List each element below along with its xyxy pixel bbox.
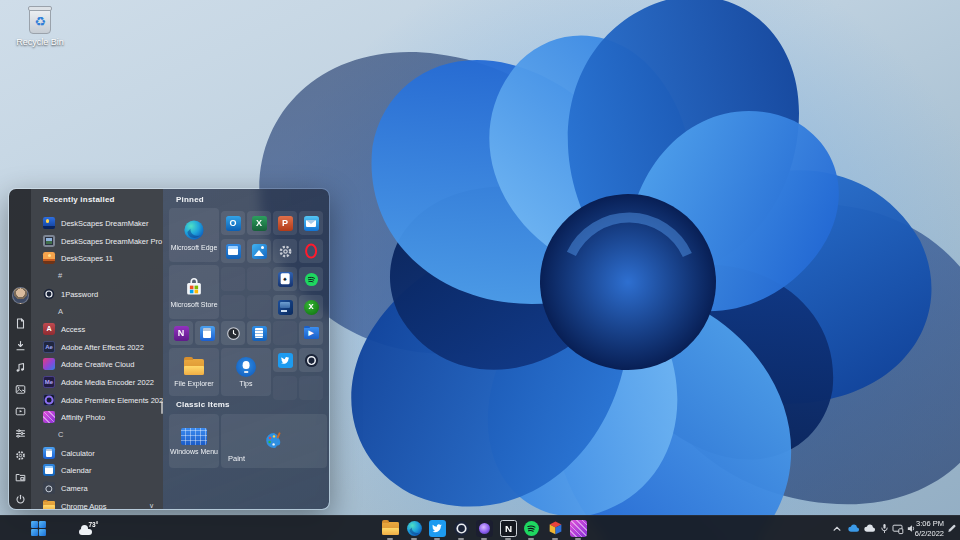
filters-button[interactable] — [9, 422, 31, 444]
tile-opera[interactable] — [299, 239, 323, 263]
start-menu-app-list: Recently installed DeskScapes DreamMaker… — [31, 189, 163, 509]
user-avatar[interactable] — [9, 284, 31, 306]
powerpoint-icon — [278, 216, 293, 231]
taskbar-file-explorer[interactable] — [382, 520, 399, 537]
app-list-item-after-effects[interactable]: Adobe After Effects 2022 — [31, 339, 163, 355]
documents-button[interactable] — [9, 312, 31, 334]
app-list-item-camera[interactable]: Camera — [31, 480, 163, 496]
tile-mail[interactable] — [299, 211, 323, 235]
taskbar-magenta-app[interactable] — [570, 520, 587, 537]
app-list-separator-c[interactable]: C — [58, 427, 63, 441]
recycle-bin-icon: ♻ — [29, 8, 51, 34]
app-list-item-creative-cloud[interactable]: Adobe Creative Cloud — [31, 356, 163, 372]
start-button[interactable] — [30, 520, 47, 537]
deskscapes-11-icon — [43, 252, 55, 264]
taskbar-purple-orb-app[interactable] — [476, 520, 493, 537]
tile-windows-menu[interactable]: Windows Menu — [169, 414, 219, 468]
app-list-item-deskscapes-11[interactable]: DeskScapes 11 — [31, 250, 163, 266]
tile-outlook[interactable] — [221, 211, 245, 235]
app-list-item-media-encoder[interactable]: Adobe Media Encoder 2022 — [31, 374, 163, 390]
outlook-icon — [226, 216, 241, 231]
tray-cloud[interactable] — [862, 520, 876, 537]
tile-onenote[interactable] — [169, 321, 193, 345]
settings-button[interactable] — [9, 444, 31, 466]
taskbar-spotify[interactable] — [523, 520, 540, 537]
power-button[interactable] — [9, 488, 31, 510]
clock-icon — [226, 326, 241, 341]
recycle-bin-desktop-icon[interactable]: ♻ Recycle Bin — [12, 8, 68, 47]
tile-microsoft-edge[interactable]: Microsoft Edge — [169, 208, 219, 262]
tile-tips[interactable]: Tips — [221, 348, 271, 396]
tile-twitter[interactable] — [273, 348, 297, 372]
filters-icon — [15, 428, 26, 439]
cloud-icon: 73° — [79, 529, 92, 535]
weather-widget[interactable]: 73° — [72, 520, 98, 537]
1password-icon — [304, 353, 319, 368]
app-list-item-access[interactable]: Access — [31, 321, 163, 337]
taskbar-cube-app[interactable] — [547, 520, 564, 537]
tile-photos[interactable] — [247, 239, 271, 263]
tray-pen-button[interactable] — [945, 520, 957, 537]
calculator-icon — [43, 447, 55, 459]
color-cube-icon — [547, 520, 564, 537]
affinity-photo-icon — [43, 411, 55, 423]
tile-powerpoint[interactable] — [273, 211, 297, 235]
windows-start-icon — [30, 520, 47, 537]
app-list-item-premiere-elements[interactable]: Adobe Premiere Elements 2022 — [31, 392, 163, 408]
recycle-symbol-icon: ♻ — [34, 15, 46, 28]
tile-paint[interactable]: Paint — [221, 414, 327, 468]
tile-xbox[interactable] — [299, 295, 323, 319]
pictures-button[interactable] — [9, 378, 31, 400]
chrome-apps-folder-icon — [43, 500, 55, 510]
chevron-down-icon[interactable]: ∨ — [149, 502, 154, 510]
app-list-separator-a[interactable]: A — [58, 304, 63, 318]
creative-cloud-icon — [43, 358, 55, 370]
windows-menu-icon — [181, 428, 207, 445]
tray-onedrive[interactable] — [846, 520, 860, 537]
tile-clock[interactable] — [221, 321, 245, 345]
taskbar-edge[interactable] — [406, 520, 423, 537]
app-list-item-1password[interactable]: 1Password — [31, 286, 163, 302]
empty-tile-slot — [221, 267, 245, 291]
avatar — [12, 287, 29, 304]
tile-spotify[interactable] — [299, 267, 323, 291]
personal-folder-button[interactable] — [9, 466, 31, 488]
videos-icon — [15, 406, 26, 417]
taskbar-clock[interactable]: 3:06 PM 6/2/2022 — [906, 519, 944, 538]
downloads-button[interactable] — [9, 334, 31, 356]
magenta-grid-icon — [570, 520, 587, 537]
taskbar-twitter[interactable] — [429, 520, 446, 537]
tile-movies-tv[interactable] — [299, 321, 323, 345]
tile-file-explorer[interactable]: File Explorer — [169, 348, 219, 396]
camera-icon — [43, 482, 55, 494]
tile-settings[interactable] — [273, 239, 297, 263]
app-list-item-affinity-photo[interactable]: Affinity Photo — [31, 409, 163, 425]
tile-solitaire[interactable] — [273, 267, 297, 291]
tips-bulb-icon — [236, 357, 256, 377]
app-list-item-chrome-apps[interactable]: Chrome Apps ∨ — [31, 498, 163, 510]
app-list-item-deskscapes-dreammaker[interactable]: DeskScapes DreamMaker — [31, 215, 163, 231]
downloads-icon — [15, 340, 26, 351]
start-menu-rail — [9, 189, 31, 509]
tile-microsoft-store[interactable]: Microsoft Store — [169, 265, 219, 319]
tray-overflow-button[interactable] — [831, 520, 843, 537]
tray-display-device[interactable] — [891, 520, 904, 537]
tile-bing[interactable] — [273, 295, 297, 319]
app-list-separator-hash[interactable]: # — [58, 268, 62, 282]
tile-1password[interactable] — [299, 348, 323, 372]
taskbar-1password[interactable] — [453, 520, 470, 537]
tile-calculator[interactable] — [195, 321, 219, 345]
tile-excel[interactable] — [247, 211, 271, 235]
videos-button[interactable] — [9, 400, 31, 422]
tile-calendar[interactable] — [221, 239, 245, 263]
music-button[interactable] — [9, 356, 31, 378]
app-list-item-calculator[interactable]: Calculator — [31, 445, 163, 461]
app-list-item-deskscapes-dreammaker-pro[interactable]: DeskScapes DreamMaker Pro — [31, 233, 163, 249]
tile-notepad[interactable] — [247, 321, 271, 345]
documents-icon — [15, 318, 26, 329]
taskbar-notion[interactable] — [500, 520, 517, 537]
empty-tile-slot — [247, 267, 271, 291]
app-list-item-calendar[interactable]: Calendar — [31, 462, 163, 478]
solitaire-icon — [278, 272, 293, 287]
tray-microphone[interactable] — [878, 520, 890, 537]
